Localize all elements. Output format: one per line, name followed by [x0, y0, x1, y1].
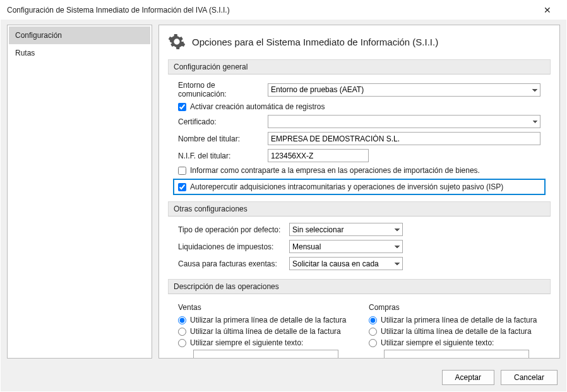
cert-label: Certificado:: [178, 117, 264, 126]
causa-select[interactable]: Solicitar la causa en cada: [289, 257, 403, 270]
ventas-radio-last[interactable]: [178, 328, 186, 336]
nif-label: N.I.F. del titular:: [178, 151, 264, 160]
sidebar-item-rutas[interactable]: Rutas: [9, 44, 150, 62]
informar-checkbox[interactable]: [178, 167, 186, 175]
compras-radio-first[interactable]: [369, 316, 377, 324]
content-panel: Opciones para el Sistema Inmediato de In…: [158, 25, 560, 359]
general-form: Entorno de comunicación: Entorno de prue…: [168, 81, 551, 199]
autorepercutir-highlight: Autorepercutir adquisiciones intracomuni…: [173, 179, 546, 195]
compras-custom-input[interactable]: [384, 350, 529, 359]
activar-checkbox[interactable]: [178, 103, 186, 111]
tipo-label: Tipo de operación por defecto:: [178, 225, 285, 234]
desc-operations: Ventas Utilizar la primera línea de deta…: [168, 300, 551, 359]
ventas-radio-first[interactable]: [178, 316, 186, 324]
cancel-button[interactable]: Cancelar: [501, 370, 558, 385]
sidebar: Configuración Rutas: [7, 25, 152, 359]
compras-opt-first: Utilizar la primera línea de detalle de …: [381, 316, 537, 324]
nombre-input[interactable]: [268, 132, 540, 145]
compras-radio-last[interactable]: [369, 328, 377, 336]
liq-label: Liquidaciones de impuestos:: [178, 242, 285, 251]
activar-label: Activar creación automática de registros: [190, 102, 325, 111]
ventas-radio-text[interactable]: [178, 339, 186, 347]
gear-icon: [168, 33, 186, 50]
panel-title: Opciones para el Sistema Inmediato de In…: [192, 37, 438, 47]
section-header-desc: Descripción de las operaciones: [168, 279, 551, 294]
compras-column: Compras Utilizar la primera línea de det…: [369, 300, 540, 359]
close-icon[interactable]: ✕: [535, 5, 560, 15]
sidebar-item-configuracion[interactable]: Configuración: [9, 27, 150, 44]
window-title: Configuración de Sistema Inmediato de In…: [7, 6, 535, 15]
ventas-opt-text: Utilizar siempre el siguiente texto:: [190, 338, 303, 347]
compras-opt-last: Utilizar la última línea de detalle de l…: [381, 327, 532, 336]
panel-header: Opciones para el Sistema Inmediato de In…: [168, 33, 551, 50]
ventas-column: Ventas Utilizar la primera línea de deta…: [178, 300, 350, 359]
causa-label: Causa para facturas exentas:: [178, 259, 285, 268]
ventas-opt-first: Utilizar la primera línea de detalle de …: [190, 316, 346, 324]
entorno-label: Entorno de comunicación:: [178, 81, 264, 98]
nombre-label: Nombre del titular:: [178, 134, 264, 143]
titlebar: Configuración de Sistema Inmediato de In…: [1, 1, 566, 20]
dialog-window: Configuración de Sistema Inmediato de In…: [0, 0, 567, 392]
autorepercutir-label: Autorepercutir adquisiciones intracomuni…: [190, 182, 503, 191]
compras-radio-text[interactable]: [369, 339, 377, 347]
compras-title: Compras: [369, 303, 540, 312]
ventas-title: Ventas: [178, 303, 350, 312]
tipo-select[interactable]: Sin seleccionar: [289, 223, 403, 236]
ventas-custom-input[interactable]: [193, 350, 338, 359]
compras-opt-text: Utilizar siempre el siguiente texto:: [381, 338, 494, 347]
dialog-body: Configuración Rutas Opciones para el Sis…: [1, 20, 566, 364]
other-form: Tipo de operación por defecto: Sin selec…: [168, 223, 551, 276]
section-header-general: Configuración general: [168, 59, 551, 74]
cert-select[interactable]: [268, 115, 540, 128]
liq-select[interactable]: Mensual: [289, 240, 403, 253]
section-header-other: Otras configuraciones: [168, 201, 551, 217]
nif-input[interactable]: [268, 149, 369, 162]
dialog-footer: Aceptar Cancelar: [1, 364, 566, 391]
ventas-opt-last: Utilizar la última línea de detalle de l…: [190, 327, 341, 336]
accept-button[interactable]: Aceptar: [442, 370, 494, 385]
entorno-select[interactable]: Entorno de pruebas (AEAT): [268, 83, 540, 97]
autorepercutir-checkbox[interactable]: [178, 183, 186, 191]
informar-label: Informar como contraparte a la empresa e…: [190, 166, 480, 175]
